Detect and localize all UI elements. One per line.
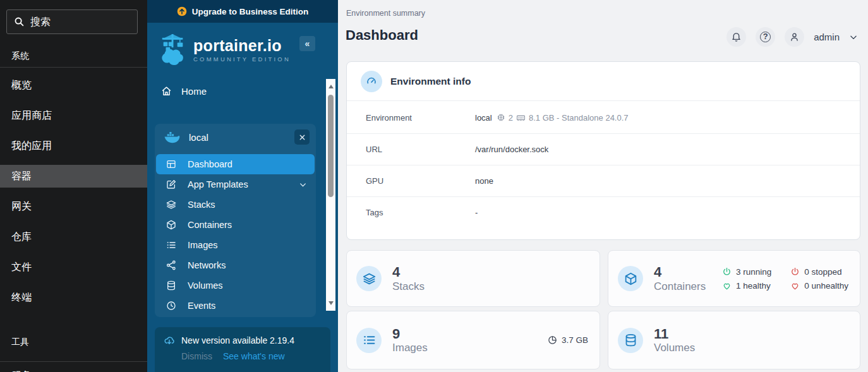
sidebar-item-label: Dashboard (188, 159, 232, 169)
row-label: URL (347, 145, 475, 154)
containers-card[interactable]: 4 Containers 3 running 0 stopped (608, 250, 860, 307)
environment-value: local (475, 113, 492, 123)
scroll-down-arrow[interactable] (329, 301, 334, 305)
dismiss-link[interactable]: Dismiss (181, 351, 212, 361)
search-box[interactable] (6, 9, 138, 34)
user-icon (789, 32, 800, 42)
search-icon (14, 16, 25, 27)
sidebar-item-files[interactable]: 文件 (0, 256, 147, 279)
cpu-icon (497, 113, 505, 122)
unhealthy-label: 0 unhealthy (804, 281, 848, 291)
user-menu-button[interactable] (785, 27, 804, 47)
app-templates-icon (166, 179, 176, 189)
sidebar-item-images[interactable]: Images (156, 235, 315, 255)
breadcrumb: Environment summary (346, 9, 425, 18)
logo-title: portainer.io (193, 37, 291, 54)
scroll-up-arrow[interactable] (329, 85, 334, 88)
sidebar-item-events[interactable]: Events (156, 296, 315, 316)
database-icon (618, 328, 643, 353)
gpu-value: none (475, 176, 493, 186)
divider (0, 361, 147, 362)
chevron-down-icon (299, 181, 307, 189)
images-label: Images (392, 342, 428, 354)
docker-whale-icon (164, 130, 180, 144)
info-row-url: URL /var/run/docker.sock (347, 133, 860, 165)
outer-sidebar: 系统 概览 应用商店 我的应用 容器 网关 仓库 文件 终端 工具 服务 (0, 0, 147, 372)
sidebar-scrollbar[interactable] (326, 79, 335, 311)
stacks-card[interactable]: 4 Stacks (346, 250, 600, 307)
volumes-card[interactable]: 11 Volumes (608, 311, 860, 369)
environment-specs: 8.1 GB - Standalone 24.0.7 (529, 113, 629, 123)
sidebar-item-myapps[interactable]: 我的应用 (0, 135, 147, 157)
sidebar-item-label: Containers (188, 220, 232, 230)
images-count: 9 (392, 326, 428, 342)
images-card[interactable]: 9 Images 3.7 GB (346, 311, 600, 369)
bell-icon (731, 32, 742, 42)
page-title: Dashboard (346, 27, 418, 44)
logo-subtitle: COMMUNITY EDITION (193, 56, 291, 63)
update-notice: New version available 2.19.4 Dismiss See… (155, 327, 330, 372)
info-row-tags: Tags - (347, 196, 860, 228)
sidebar-item-stacks[interactable]: Stacks (156, 195, 315, 215)
running-label: 3 running (736, 267, 771, 277)
sidebar-item-terminal[interactable]: 终端 (0, 286, 147, 309)
username[interactable]: admin (814, 32, 840, 42)
stopped-label: 0 stopped (804, 267, 841, 277)
main-content: Environment summary Dashboard ? admin (338, 0, 868, 372)
sidebar-item-label: App Templates (188, 179, 248, 189)
sidebar-item-label: Volumes (188, 280, 223, 291)
home-label: Home (181, 86, 207, 97)
images-size-value: 3.7 GB (562, 335, 588, 345)
upgrade-banner[interactable]: Upgrade to Business Edition (147, 0, 338, 23)
gauge-icon (361, 71, 382, 92)
sidebar-item-dashboard[interactable]: Dashboard (156, 154, 315, 174)
heart-icon-red (790, 281, 800, 291)
power-icon-green (722, 267, 732, 277)
url-value: /var/run/docker.sock (475, 145, 548, 154)
sidebar-item-services[interactable]: 服务 (0, 364, 147, 372)
portainer-sidebar: Upgrade to Business Edition portainer.io (147, 0, 338, 372)
stacks-count: 4 (392, 264, 425, 280)
notifications-button[interactable] (726, 27, 746, 47)
header-actions: ? admin (726, 27, 858, 47)
stacks-label: Stacks (392, 280, 425, 293)
help-button[interactable]: ? (756, 27, 775, 47)
sidebar-item-networks[interactable]: Networks (156, 255, 315, 275)
sidebar-item-appstore[interactable]: 应用商店 (0, 104, 147, 127)
search-input[interactable] (30, 16, 130, 28)
see-whats-new-link[interactable]: See what's new (223, 351, 285, 361)
sidebar-item-registry[interactable]: 仓库 (0, 225, 147, 248)
row-label: Environment (347, 113, 475, 123)
info-row-environment: Environment local 2 8.1 GB - Standalone … (347, 102, 860, 133)
section-label-tools: 工具 (11, 333, 29, 351)
collapse-sidebar-button[interactable]: « (299, 36, 315, 51)
layers-icon (356, 266, 382, 291)
volumes-icon (166, 280, 176, 291)
memory-icon (516, 113, 526, 123)
sidebar-item-containers[interactable]: Containers (156, 215, 315, 235)
sidebar-item-gateway[interactable]: 网关 (0, 195, 147, 218)
cpu-count: 2 (509, 113, 513, 123)
stopped-status: 0 stopped (790, 267, 848, 277)
list-icon (356, 328, 382, 353)
stacks-icon (166, 200, 176, 210)
section-label-system: 系统 (11, 47, 29, 64)
sidebar-item-overview[interactable]: 概览 (0, 74, 147, 97)
close-environment-button[interactable] (294, 129, 310, 145)
tags-value: - (475, 208, 478, 217)
row-label: Tags (347, 208, 475, 217)
sidebar-item-app-templates[interactable]: App Templates (156, 174, 315, 195)
panel-header: Environment info (347, 62, 860, 101)
dashboard-cards: 4 Stacks 4 Containers 3 ru (346, 250, 860, 369)
sidebar-item-home[interactable]: Home (161, 82, 313, 100)
sidebar-item-containers[interactable]: 容器 (0, 165, 147, 188)
sidebar-item-volumes[interactable]: Volumes (156, 275, 315, 296)
networks-icon (166, 260, 176, 270)
logo-row: portainer.io COMMUNITY EDITION « (159, 30, 329, 69)
home-icon (161, 86, 172, 97)
sidebar-item-label: Stacks (188, 200, 215, 210)
volumes-count: 11 (654, 326, 695, 342)
upgrade-icon (177, 6, 187, 16)
chevron-down-icon[interactable] (849, 33, 858, 42)
scrollbar-thumb[interactable] (328, 95, 334, 197)
